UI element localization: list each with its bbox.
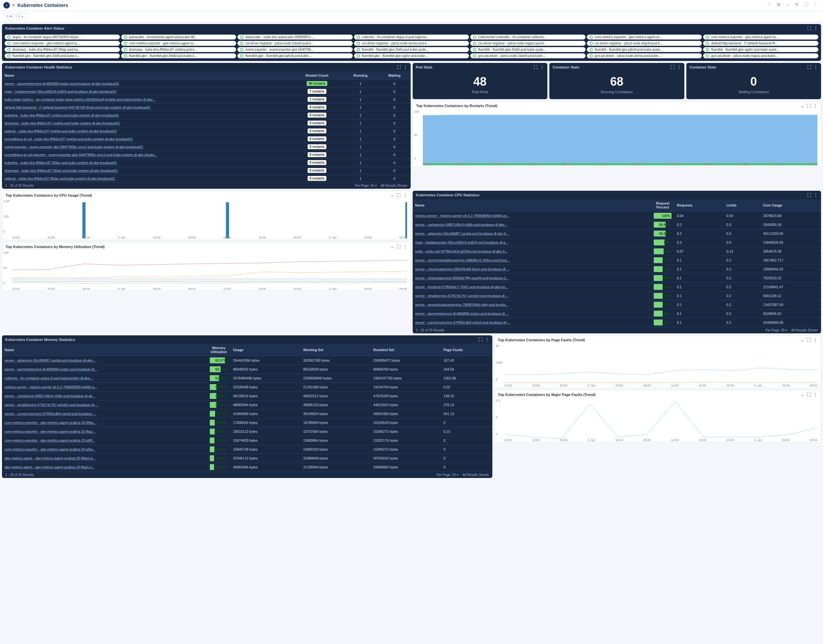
alert-pill[interactable]: autoscaler - konnectivity-agent-autoscal… <box>121 35 236 40</box>
envelope-icon[interactable]: ✉ <box>12 3 15 8</box>
col-header[interactable]: Resident Set <box>371 344 441 356</box>
fullscreen-icon[interactable]: ⛶ <box>478 337 483 342</box>
col-header[interactable]: Restart Count <box>291 72 343 80</box>
col-header[interactable]: Memory Utilization <box>207 344 230 356</box>
fullscreen-icon[interactable]: ⛶ <box>807 26 811 31</box>
col-header[interactable]: Working Set <box>300 344 371 356</box>
alert-pill[interactable]: fluentbit - fluentbit-gke-jq5n8-pod-kube… <box>587 47 702 52</box>
expand-square-icon[interactable]: ⧉ <box>795 2 801 8</box>
chevron-down-icon[interactable]: ⌄ <box>801 393 804 397</box>
alert-pill[interactable]: collectorset-controller - lm-container-c… <box>470 35 585 40</box>
alert-pill[interactable]: fluentbit - fluentbit-gke-xgdnr-pod-kube… <box>703 47 818 52</box>
per-page-dropdown[interactable]: Per Page: 25 ▾ <box>437 473 458 477</box>
fullscreen-icon[interactable]: ⛶ <box>397 244 400 249</box>
resource-link[interactable]: core-metrics-exporter - gke-metrics-agen… <box>5 421 97 425</box>
resource-link[interactable]: metrics-server - metrics-server-v0.5.2-7… <box>415 214 510 218</box>
kebab-icon[interactable]: ⋮ <box>814 103 817 108</box>
resource-link[interactable]: redis - redis-cart-6f786cb9c9-g528d-pod-… <box>415 249 508 253</box>
col-header[interactable]: Name <box>413 199 651 212</box>
alert-pill[interactable]: csi-driver-registrar - pdcsi-node-2dsw6-… <box>238 41 353 46</box>
resource-link[interactable]: event-exporter - event-exporter-gke-594f… <box>5 145 143 149</box>
kebab-icon[interactable]: ⋮ <box>814 26 818 31</box>
resource-link[interactable]: server - checkoutservice-59fc64b4df-fsjz… <box>415 267 509 271</box>
alert-pill[interactable]: argus - lm-container-argus-d957b6959-9zz… <box>5 35 120 40</box>
kebab-icon[interactable]: ⋮ <box>814 193 818 197</box>
alert-pill[interactable]: event-exporter - event-exporter-gke-594f… <box>238 47 353 52</box>
fullscreen-icon[interactable]: ⛶ <box>807 193 811 197</box>
alert-pill[interactable]: fluentbit-gke - fluentbit-gke-xgdnr-pod-… <box>354 54 469 58</box>
alert-pill[interactable]: csi-driver-registrar - pdcsi-node-dxrnw-… <box>354 41 469 46</box>
resource-link[interactable]: server - paymentservice-9c48b6f68-pxdzx-… <box>5 82 119 86</box>
filter-dropdown[interactable]: ⫯ ▾ <box>16 13 26 20</box>
col-header[interactable]: Running <box>343 72 378 80</box>
alert-pill[interactable]: csi-driver-registrar - pdcsi-node-xhgn8-… <box>587 41 702 46</box>
resource-link[interactable]: kubedns - kube-dns-ff4bbcc87-95lgz-pod-k… <box>5 161 117 165</box>
resource-link[interactable]: server - productcatalogservice-7699f19fd… <box>415 303 508 307</box>
resource-link[interactable]: sidecar - kube-dns-ff4bbcc87-xmkhq-pod-k… <box>5 129 117 133</box>
resource-link[interactable]: server - cartservice-59f67c46c4-rrb6b-po… <box>5 394 95 398</box>
alert-pill[interactable]: fluentbit-gke - fluentbit-gke-2lst9-pod-… <box>5 54 120 58</box>
kebab-icon[interactable]: ⋮ <box>814 65 818 69</box>
resource-link[interactable]: server - currencyservice-57f456cdb4-rqxh… <box>415 320 510 325</box>
resource-link[interactable]: dnsmasq - kube-dns-ff4bbcc87-xmkhq-pod-k… <box>5 121 120 125</box>
fullscreen-icon[interactable]: ⛶ <box>671 65 674 69</box>
resource-link[interactable]: main - loadgenerator-55ccc865c9-ks824-po… <box>415 241 509 244</box>
fullscreen-icon[interactable]: ⛶ <box>397 193 400 198</box>
alert-pill[interactable]: fluentbit - fluentbit-gke-5hdkl-pod-kube… <box>470 47 585 52</box>
kebab-icon[interactable]: ⋮ <box>814 393 817 397</box>
col-header[interactable]: Request Percent <box>651 199 674 212</box>
alert-pill[interactable]: autoscaler - kube-dns-autoscaler-5f56f89… <box>238 35 353 40</box>
chevron-down-icon[interactable]: ⌄ <box>391 244 394 249</box>
resource-link[interactable]: kube-state-metrics - lm-container-kube-s… <box>5 98 155 101</box>
col-header[interactable]: Name <box>2 344 207 356</box>
resource-link[interactable]: server - paymentservice-9c48b6f68-pxdzx-… <box>415 311 509 316</box>
col-header[interactable]: Name <box>2 72 291 80</box>
cancel-square-icon[interactable]: ▨ <box>777 2 783 8</box>
chevron-down-icon[interactable]: ⌄ <box>801 103 804 108</box>
resource-link[interactable]: prometheus-to-sd - kube-dns-ff4bbcc87-xm… <box>5 137 133 141</box>
alert-pill[interactable]: core-metrics-exporter - gke-metrics-agen… <box>121 41 236 46</box>
alert-pill[interactable]: gce-pd-driver - pdcsi-node-2dsw6-pod-kub… <box>470 54 585 58</box>
kebab-icon[interactable]: ⋮ <box>403 193 407 198</box>
resource-link[interactable]: server - cartservice-59f67c46c4-rrb6b-po… <box>415 223 508 227</box>
alert-pill[interactable]: fluentbit - fluentbit-gke-2lst9-pod-kube… <box>354 47 469 52</box>
alert-pill[interactable]: default-http-backend - l7-default-backen… <box>703 41 818 46</box>
kebab-icon[interactable]: ⋮ <box>814 2 820 8</box>
double-chevron-down-icon[interactable]: ⌄ <box>786 2 792 8</box>
fullscreen-icon[interactable]: ⛶ <box>807 103 811 108</box>
col-header[interactable]: Requests <box>674 199 723 212</box>
resource-link[interactable]: core-metrics-exporter - gke-metrics-agen… <box>5 429 96 434</box>
resource-link[interactable]: prometheus-to-sd-exporter - event-export… <box>5 153 157 157</box>
alert-pill[interactable]: dnsmasq - kube-dns-ff4bbcc87-95lgz-pod-k… <box>5 47 120 52</box>
resource-link[interactable]: server - currencyservice-57f456cdb4-rqxh… <box>5 412 96 416</box>
resource-link[interactable]: core-metrics-exporter - gke-metrics-agen… <box>5 439 95 442</box>
heart-icon[interactable]: ♡ <box>768 2 774 8</box>
kebab-icon[interactable]: ⋮ <box>403 65 408 69</box>
chevron-down-icon[interactable]: ⌄ <box>801 337 804 342</box>
fullscreen-icon[interactable]: ⛶ <box>533 65 538 69</box>
resource-link[interactable]: kubedns - kube-dns-ff4bbcc87-xmkhq-pod-k… <box>5 113 119 117</box>
resource-link[interactable]: dnsmasq - kube-dns-ff4bbcc87-95lgz-pod-k… <box>5 169 118 173</box>
chevron-down-icon[interactable]: ⌄ <box>391 193 394 198</box>
per-page-dropdown[interactable]: Per Page: 25 ▾ <box>355 184 377 187</box>
resource-link[interactable]: server - paymentservice-9c48b6f68-pxdzx-… <box>5 367 97 371</box>
fullscreen-icon[interactable]: ⛶ <box>807 393 811 397</box>
resource-link[interactable]: server - recommendationservice-cf86d8cc5… <box>415 258 510 262</box>
alert-pill[interactable]: core-metrics-exporter - gke-metrics-agen… <box>703 35 818 40</box>
resource-link[interactable]: server - shippingservice-656bbb7ff4-wsg4… <box>415 276 509 280</box>
col-header[interactable]: Core Usage <box>760 199 821 212</box>
alert-pill[interactable]: dnsmasq - kube-dns-ff4bbcc87-xmkhq-pod-k… <box>121 47 236 52</box>
fullscreen-icon[interactable]: ⛶ <box>805 2 811 8</box>
alert-pill[interactable]: core-metrics-exporter - gke-metrics-agen… <box>5 41 120 46</box>
resource-link[interactable]: core-metrics-exporter - gke-metrics-agen… <box>5 447 95 451</box>
resource-link[interactable]: server - frontend-57958d4c7-754j2-pod-bo… <box>415 285 509 289</box>
resource-link[interactable]: gke-metrics-agent - gke-metrics-agent-sc… <box>5 465 95 469</box>
fullscreen-icon[interactable]: ⛶ <box>807 65 811 69</box>
kebab-icon[interactable]: ⋮ <box>403 244 407 249</box>
resource-link[interactable]: server - emailservice-57457dc7b7-wmdch-p… <box>415 294 509 298</box>
alert-pill[interactable]: gce-pd-driver - pdcsi-node-dxrnw-pod-kub… <box>587 54 702 58</box>
fullscreen-icon[interactable]: ⛶ <box>397 65 401 69</box>
resource-link[interactable]: main - loadgenerator-55ccc865c9-ks824-po… <box>5 90 116 94</box>
col-header[interactable]: Page Faults <box>441 344 492 356</box>
resource-link[interactable]: server - adservice-55cd6bff67-pxxbg-pod-… <box>415 232 509 236</box>
